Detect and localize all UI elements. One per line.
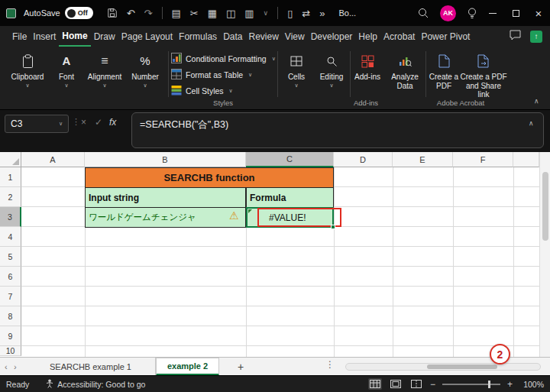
menu-file[interactable]: File [9,26,30,47]
book-icon[interactable]: ▤ [172,8,181,18]
collapse-ribbon-icon[interactable]: ∨ [534,98,539,105]
alignment-button[interactable]: ≡ Alignment ∨ [84,50,125,100]
editing-button[interactable]: Editing ∨ [314,50,349,100]
cut-icon[interactable]: ✂ [190,8,199,18]
switch-windows-icon[interactable]: ⇄ [302,8,310,18]
row-header-2[interactable]: 2 [0,187,21,207]
cancel-icon[interactable]: × [81,117,86,128]
sheet-nav-right-icon[interactable]: › [14,358,17,376]
close-button[interactable]: × [527,0,550,26]
fill-handle[interactable] [331,225,335,229]
row-header-1[interactable]: 1 [0,167,21,187]
select-all-corner[interactable] [0,152,21,167]
column-header-B[interactable]: B [85,152,246,167]
maximize-button[interactable] [504,0,527,26]
font-button[interactable]: A Font ∨ [49,50,84,100]
row-header-3[interactable]: 3 [0,207,21,227]
annotation-step-badge: 2 [490,344,510,364]
enter-check-icon[interactable]: ✓ [95,117,102,128]
vertical-scrollbar[interactable] [539,152,550,357]
row-header-7[interactable]: 7 [0,287,21,306]
column-header-D[interactable]: D [334,152,393,167]
image-icon[interactable]: ▦ [208,8,217,18]
clipboard-button[interactable]: Clipboard ∨ [6,50,49,100]
app-icon[interactable] [6,8,16,18]
cell-styles-button[interactable]: Cell Styles ∨ [171,83,277,99]
autosave-toggle[interactable]: Off [65,7,93,19]
zoom-out-button[interactable]: − [430,379,435,390]
row-header-5[interactable]: 5 [0,247,21,267]
accessibility-status[interactable]: Accessibility: Good to go [46,379,145,390]
menu-review[interactable]: Review [245,26,281,47]
column-header-C[interactable]: C [246,152,334,167]
comment-icon[interactable] [510,30,521,43]
lightbulb-icon[interactable] [467,8,477,19]
cells-button[interactable]: Cells ∨ [280,50,313,100]
menu-draw[interactable]: Draw [91,26,118,47]
format-as-table-button[interactable]: Format as Table ∨ [171,66,277,83]
column-header-partial[interactable] [513,152,539,167]
column-header-E[interactable]: E [393,152,453,167]
formula-input[interactable]: =SEARCHB("合",B3) ∨ [131,112,544,148]
horizontal-scrollbar-thumb[interactable] [427,364,497,369]
cell-C2[interactable]: Formula [246,187,334,208]
document-icon[interactable]: ▯ [287,8,293,18]
document-title[interactable]: Bo... [339,8,357,18]
table-icon[interactable]: ▥ [244,8,254,18]
error-warning-icon[interactable]: ⚠ [229,210,239,221]
save-icon[interactable] [107,8,118,18]
vertical-scrollbar-thumb[interactable] [542,172,548,241]
row-header-8[interactable]: 8 [0,306,21,326]
column-header-F[interactable]: F [453,152,513,167]
row-header-4[interactable]: 4 [0,227,21,247]
redo-icon[interactable]: ↷ [144,8,153,18]
column-header-A[interactable]: A [21,152,85,167]
share-button[interactable]: ↑ [530,31,542,43]
tab-overflow-dots-icon[interactable]: ⋮ [325,359,335,370]
collapse-formula-bar-icon[interactable]: ∨ [529,120,534,128]
chevron-down-icon[interactable]: ∨ [264,10,269,17]
create-pdf-button[interactable]: Create a PDF [427,50,461,100]
menu-power-pivot[interactable]: Power Pivot [418,26,473,47]
zoom-level-label[interactable]: 100% [519,380,544,389]
cell-B1-title[interactable]: SEARCHB function [85,167,334,188]
horizontal-scrollbar[interactable] [345,363,541,371]
sheet-tab-1[interactable]: SEARCHB example 1 [26,358,156,376]
conditional-formatting-button[interactable]: Conditional Formatting ∨ [171,50,277,66]
menu-insert[interactable]: Insert [30,26,59,47]
addins-button[interactable]: Add-ins [351,50,383,100]
menu-data[interactable]: Data [220,26,245,47]
minimize-button[interactable] [481,0,504,26]
zoom-slider-thumb[interactable] [488,381,490,388]
sheet-tab-2-active[interactable]: example 2 [156,358,219,376]
zoom-slider[interactable] [442,384,500,385]
page-layout-view-button[interactable] [389,378,403,390]
cell-B3[interactable]: ワールドゲームチェンジャ [85,207,246,228]
menu-help[interactable]: Help [355,26,380,47]
analyze-data-button[interactable]: Analyze Data [384,50,425,100]
menu-formulas[interactable]: Formulas [176,26,220,47]
search-icon[interactable] [418,8,429,18]
undo-icon[interactable]: ↶ [127,8,135,18]
menu-acrobat[interactable]: Acrobat [380,26,418,47]
cell-B2[interactable]: Input string [85,187,246,208]
sheet-nav-left-icon[interactable]: ‹ [5,358,8,376]
menu-developer[interactable]: Developer [308,26,356,47]
zoom-in-button[interactable]: + [507,379,513,390]
create-pdf-share-button[interactable]: Create a PDF and Share link [460,50,507,100]
paste-icon[interactable]: ◫ [226,8,235,18]
row-header-9[interactable]: 9 [0,326,21,346]
avatar[interactable]: AK [440,5,456,21]
name-box[interactable]: C3 ∨ [5,115,69,133]
page-break-view-button[interactable] [409,378,423,390]
menu-view[interactable]: View [282,26,308,47]
normal-view-button[interactable] [368,378,382,390]
row-header-6[interactable]: 6 [0,267,21,287]
menu-home[interactable]: Home [59,26,90,47]
number-button[interactable]: % Number ∨ [125,50,165,100]
insert-function-button[interactable]: fx [109,117,116,128]
row-header-10[interactable]: 10 [0,346,21,356]
menu-page-layout[interactable]: Page Layout [118,26,176,47]
overflow-chevron-icon[interactable]: » [319,8,325,18]
add-sheet-button[interactable]: + [231,358,250,376]
